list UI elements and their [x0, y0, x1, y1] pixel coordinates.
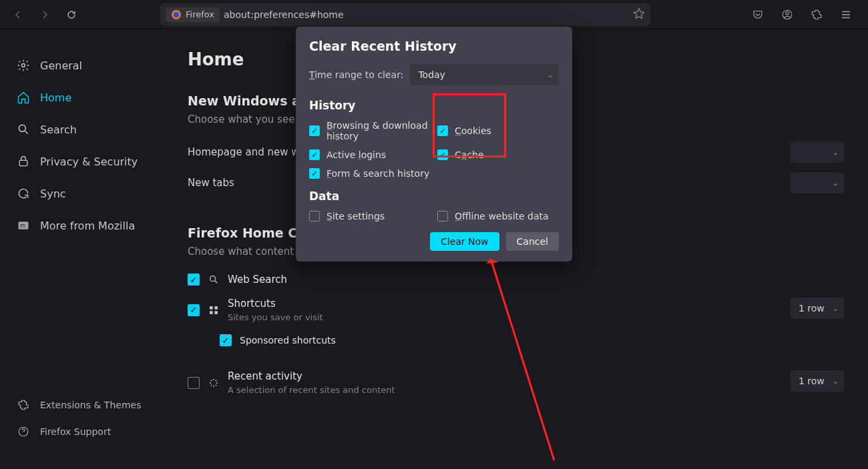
- checkbox-icon: [309, 125, 320, 136]
- dialog-title: Clear Recent History: [309, 39, 559, 53]
- cancel-button[interactable]: Cancel: [506, 232, 559, 251]
- clear-now-button[interactable]: Clear Now: [430, 232, 499, 251]
- checkbox-cookies[interactable]: Cookies: [437, 120, 559, 141]
- checkbox-icon: [437, 125, 448, 136]
- checkbox-offline-data[interactable]: Offline website data: [437, 211, 559, 221]
- chevron-down-icon: ⌄: [548, 71, 554, 79]
- clear-history-dialog: Clear Recent History Time range to clear…: [296, 27, 572, 262]
- time-range-select[interactable]: Today⌄: [410, 64, 559, 85]
- checkbox-active-logins[interactable]: Active logins: [309, 149, 431, 160]
- dialog-buttons: Clear Now Cancel: [309, 232, 559, 251]
- checkbox-site-settings[interactable]: Site settings: [309, 211, 431, 221]
- checkbox-icon: [309, 149, 320, 160]
- checkbox-cache[interactable]: Cache: [437, 149, 559, 160]
- checkbox-icon: [309, 211, 320, 221]
- time-range-label: Time range to clear:: [309, 69, 403, 80]
- history-group-label: History: [309, 99, 559, 112]
- time-range-row: Time range to clear: Today⌄: [309, 64, 559, 85]
- checkbox-form-history[interactable]: Form & search history: [309, 168, 431, 179]
- checkbox-icon: [309, 168, 320, 179]
- data-group-label: Data: [309, 189, 559, 203]
- checkbox-browsing-history[interactable]: Browsing & download history: [309, 120, 431, 141]
- checkbox-icon: [437, 211, 448, 221]
- data-options: Site settings Offline website data: [309, 211, 559, 221]
- history-options: Browsing & download history Cookies Acti…: [309, 120, 559, 179]
- checkbox-icon: [437, 149, 448, 160]
